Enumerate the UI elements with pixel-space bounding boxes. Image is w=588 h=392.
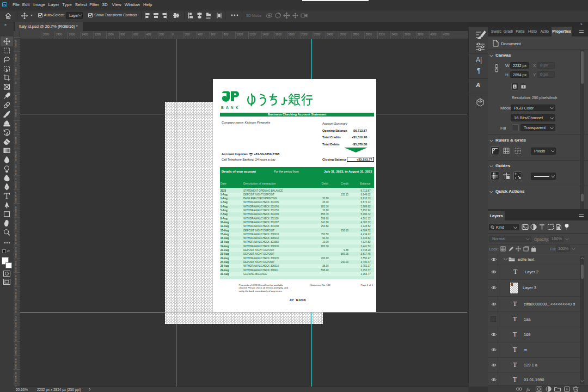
svg-text:2200: 2200 [314,33,321,36]
svg-text:800: 800 [224,33,229,36]
svg-text:1000: 1000 [108,33,114,36]
svg-text:0: 0 [15,228,17,231]
svg-text:0: 0 [15,297,17,300]
svg-text:0: 0 [15,324,17,327]
svg-text:1200: 1200 [95,33,101,36]
svg-text:1600: 1600 [69,33,75,36]
svg-text:1800: 1800 [56,33,63,36]
svg-text:0: 0 [15,114,17,117]
svg-text:0: 0 [15,338,17,341]
svg-text:2400: 2400 [327,33,334,36]
svg-text:0: 0 [15,142,17,145]
svg-text:1000: 1000 [237,33,243,36]
svg-text:0: 0 [172,33,174,36]
svg-text:3600: 3600 [405,33,411,36]
svg-text:3400: 3400 [391,33,398,36]
svg-text:0: 0 [15,283,17,286]
svg-text:0: 0 [15,72,17,76]
svg-text:0: 0 [15,186,17,189]
svg-text:2800: 2800 [353,33,359,36]
svg-text:0: 0 [15,255,17,258]
svg-text:fx: fx [526,387,530,392]
svg-text:2000: 2000 [301,33,308,36]
svg-text:200: 200 [159,33,164,36]
svg-text:0: 0 [15,366,17,369]
svg-text:0: 0 [15,158,17,162]
svg-text:1200: 1200 [249,33,256,36]
svg-text:0: 0 [15,352,17,355]
svg-text:600: 600 [211,33,216,36]
svg-text:0: 0 [15,213,17,217]
svg-text:0: 0 [15,81,17,84]
svg-text:0: 0 [15,379,17,383]
svg-text:0: 0 [15,59,17,62]
svg-text:400: 400 [198,33,203,36]
svg-text:600: 600 [133,33,138,36]
svg-text:0: 0 [15,100,17,103]
svg-text:0: 0 [15,45,17,48]
svg-text:0: 0 [15,200,17,203]
svg-text:4000: 4000 [430,33,437,36]
svg-text:400: 400 [146,33,151,36]
svg-text:BANK: BANK [221,106,241,109]
svg-text:0: 0 [15,241,17,244]
svg-text:1800: 1800 [288,33,295,36]
svg-text:0: 0 [15,310,17,314]
svg-text:3000: 3000 [366,33,372,36]
svg-text:3200: 3200 [378,33,385,36]
svg-text:1400: 1400 [262,33,269,36]
svg-text:1400: 1400 [82,33,88,36]
svg-text:1600: 1600 [275,33,282,36]
svg-text:2000: 2000 [43,33,50,36]
svg-text:200: 200 [185,33,190,36]
svg-text:0: 0 [15,172,17,175]
svg-text:4200: 4200 [443,33,450,36]
svg-text:800: 800 [120,33,125,36]
svg-text:0: 0 [15,128,17,131]
svg-text:3800: 3800 [417,33,424,36]
svg-text:0: 0 [15,269,17,272]
svg-text:2600: 2600 [340,33,346,36]
